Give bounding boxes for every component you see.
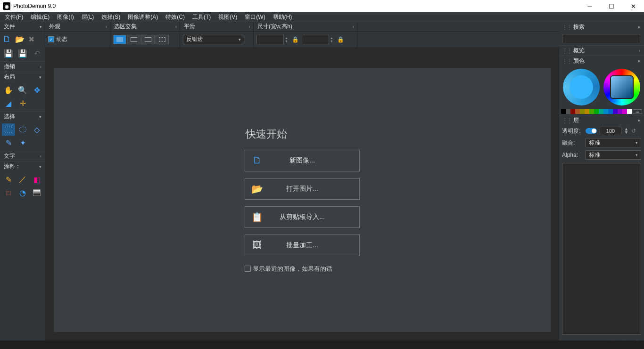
- swatch[interactable]: [566, 109, 570, 114]
- zoom-tool[interactable]: 🔍: [16, 84, 29, 96]
- eyedropper-tool[interactable]: ◢: [2, 97, 15, 109]
- poly-select-tool[interactable]: ◇: [30, 123, 43, 136]
- close-button[interactable]: ✕: [622, 0, 644, 12]
- option-header-row: 文件▾ 外观‹ 选区交集‹ 平滑‹ 尺寸(宽w,高h)‹: [0, 22, 644, 31]
- opthdr-smooth[interactable]: 平滑‹: [180, 22, 254, 31]
- smoothing-combo[interactable]: 反锯齿: [183, 35, 244, 44]
- dynamic-checkbox[interactable]: ✓: [48, 36, 54, 42]
- selmode-add[interactable]: [127, 35, 140, 44]
- opthdr-size[interactable]: 尺寸(宽w,高h)‹: [254, 22, 357, 31]
- pencil-tool[interactable]: ✎: [2, 173, 15, 186]
- swatch[interactable]: [594, 109, 599, 114]
- open-file-icon[interactable]: 📂: [15, 35, 25, 44]
- opacity-input[interactable]: [600, 127, 621, 135]
- swatch[interactable]: [603, 109, 608, 114]
- quick-open-button[interactable]: 📂 打开图片...: [245, 178, 360, 200]
- menu-file[interactable]: 文件(F): [1, 12, 27, 22]
- group-select[interactable]: 选择▾: [0, 111, 45, 122]
- menu-view[interactable]: 视图(V): [215, 12, 241, 22]
- swatch[interactable]: [608, 109, 613, 114]
- crosshair-tool[interactable]: ✛: [16, 97, 29, 109]
- group-paint[interactable]: 涂料：▾: [0, 161, 45, 171]
- undo-icon[interactable]: ↶: [30, 47, 43, 59]
- lock-width-icon[interactable]: 🔒: [292, 36, 299, 43]
- quick-start-title: 快速开始: [245, 127, 360, 141]
- swatch[interactable]: [627, 109, 632, 114]
- open-image-icon: 📂: [245, 183, 269, 195]
- menu-edit[interactable]: 编辑(E): [27, 12, 53, 22]
- move-tool[interactable]: ✥: [30, 84, 43, 96]
- hand-tool[interactable]: ✋: [2, 84, 15, 96]
- brush-tool[interactable]: ／: [16, 173, 29, 186]
- swatch[interactable]: [613, 109, 618, 114]
- show-recent-label: 显示最近的图像，如果有的话: [253, 265, 332, 273]
- swatch[interactable]: [580, 109, 585, 114]
- width-input[interactable]: [256, 35, 284, 44]
- save-icon[interactable]: 💾: [2, 47, 15, 59]
- opacity-spinner[interactable]: ▲▼: [624, 128, 628, 134]
- left-toolbox: 💾 💾 ↶ 撤销‹ 布局▾ ✋ 🔍 ✥ ◢ ✛ 选择▾ ◇ ✎ ✦ 文字‹ 涂料…: [0, 47, 45, 349]
- menu-help[interactable]: 帮助(H): [269, 12, 296, 22]
- menu-tools[interactable]: 工具(T): [189, 12, 215, 22]
- opacity-toggle[interactable]: [586, 128, 597, 134]
- swatch[interactable]: [585, 109, 589, 114]
- stamp-tool[interactable]: ⏍: [2, 187, 15, 199]
- menu-layer[interactable]: 层(L): [78, 12, 98, 22]
- panel-overview-header[interactable]: ⋮⋮概览‹: [559, 45, 644, 56]
- quick-paste-button[interactable]: 📋 从剪贴板导入...: [245, 206, 360, 228]
- new-image-icon: 🗋: [245, 155, 269, 166]
- show-recent-checkbox[interactable]: 显示最近的图像，如果有的话: [245, 265, 360, 273]
- swatch[interactable]: [599, 109, 603, 114]
- fill-tool[interactable]: ◔: [16, 187, 29, 199]
- menu-window[interactable]: 窗口(W): [241, 12, 269, 22]
- quick-new-button[interactable]: 🗋 新图像...: [245, 150, 360, 171]
- swatch[interactable]: [589, 109, 594, 114]
- panel-color-header[interactable]: ⋮⋮颜色▾: [559, 56, 644, 66]
- selmode-intersect[interactable]: [156, 35, 169, 44]
- color-wheel-shades[interactable]: [563, 69, 600, 106]
- clipboard-icon: 📋: [245, 211, 269, 223]
- menu-effects[interactable]: 特效(C): [162, 12, 189, 22]
- rect-select-tool[interactable]: [2, 123, 15, 136]
- gradient-tool[interactable]: [30, 187, 43, 199]
- swatch[interactable]: [570, 109, 575, 114]
- group-text[interactable]: 文字‹: [0, 151, 45, 161]
- opthdr-appearance[interactable]: 外观‹: [45, 22, 110, 31]
- menu-select[interactable]: 选择(S): [98, 12, 124, 22]
- swatch[interactable]: [575, 109, 580, 114]
- swatch-row: •••: [559, 108, 644, 115]
- save-as-icon[interactable]: 💾: [16, 47, 29, 59]
- maximize-button[interactable]: ☐: [601, 0, 622, 12]
- opthdr-selmode[interactable]: 选区交集‹: [110, 22, 180, 31]
- swatch[interactable]: [622, 109, 627, 114]
- height-input[interactable]: [302, 35, 329, 44]
- ellipse-select-tool[interactable]: [16, 123, 29, 136]
- lasso-select-tool[interactable]: ✎: [2, 137, 15, 149]
- selmode-replace[interactable]: [113, 35, 126, 44]
- status-bar: [0, 341, 644, 349]
- search-input[interactable]: [562, 34, 641, 43]
- minimize-button[interactable]: ─: [579, 0, 601, 12]
- opthdr-file[interactable]: 文件▾: [0, 22, 45, 31]
- panel-layers-header[interactable]: ⋮⋮层▾: [559, 115, 644, 125]
- swatch[interactable]: [561, 109, 566, 114]
- menu-adjust[interactable]: 图像调整(A): [124, 12, 162, 22]
- swatch[interactable]: [618, 109, 622, 114]
- swatch-more[interactable]: •••: [633, 109, 642, 114]
- eraser-tool[interactable]: ◧: [30, 173, 43, 186]
- selmode-subtract[interactable]: [141, 35, 155, 44]
- layer-list[interactable]: [562, 163, 641, 335]
- close-file-icon[interactable]: ✖: [28, 35, 34, 44]
- panel-search-header[interactable]: ⋮⋮搜索▾: [559, 22, 644, 32]
- new-file-icon[interactable]: 🗋: [3, 34, 11, 44]
- group-layout[interactable]: 布局▾: [0, 72, 45, 82]
- lock-height-icon[interactable]: 🔒: [337, 36, 344, 43]
- quick-batch-button[interactable]: 🖼 批量加工...: [245, 235, 360, 256]
- opacity-reset-icon[interactable]: ↺: [631, 128, 636, 134]
- blend-combo[interactable]: 标准: [586, 138, 641, 147]
- group-undo[interactable]: 撤销‹: [0, 61, 45, 72]
- menu-image[interactable]: 图像(I): [53, 12, 77, 22]
- color-wheel-hue[interactable]: [603, 69, 640, 106]
- alpha-combo[interactable]: 标准: [586, 150, 641, 160]
- wand-select-tool[interactable]: ✦: [16, 137, 29, 149]
